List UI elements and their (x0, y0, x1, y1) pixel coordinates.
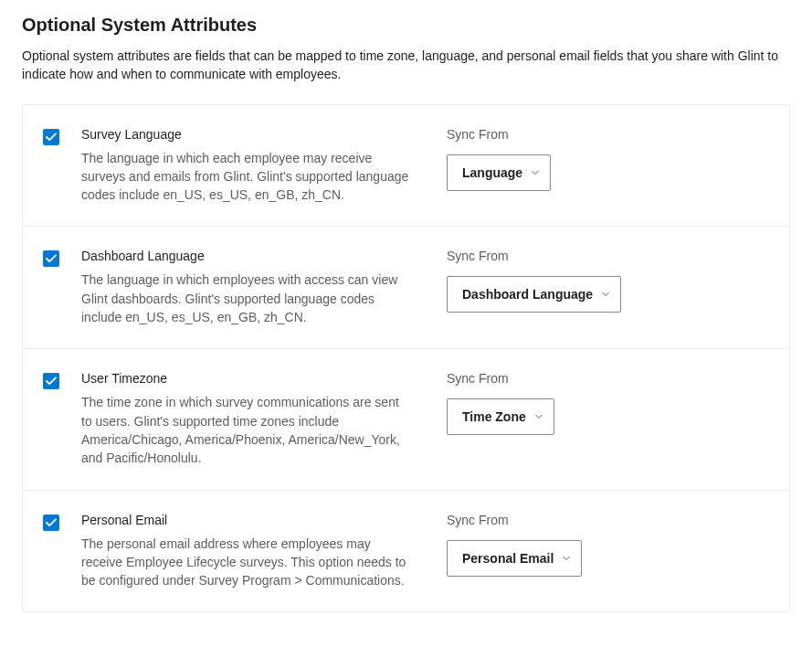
dropdown-value: Time Zone (462, 409, 526, 424)
attribute-checkbox[interactable] (43, 129, 59, 145)
chevron-down-icon (530, 167, 541, 178)
sync-from-dropdown[interactable]: Dashboard Language (447, 276, 621, 313)
chevron-down-icon (533, 411, 544, 422)
attribute-description: The language in which employees with acc… (81, 270, 410, 326)
check-icon (46, 517, 57, 528)
sync-from-label: Sync From (447, 249, 739, 263)
attribute-description: The language in which each employee may … (81, 149, 410, 205)
check-icon (46, 132, 57, 143)
attribute-title: Personal Email (81, 513, 410, 527)
attribute-title: User Timezone (81, 371, 410, 386)
attributes-panel: Survey Language The language in which ea… (22, 104, 790, 613)
attribute-title: Survey Language (81, 127, 410, 142)
sync-from-label: Sync From (447, 371, 739, 386)
attribute-checkbox[interactable] (43, 514, 59, 531)
sync-from-label: Sync From (447, 513, 739, 527)
sync-from-dropdown[interactable]: Language (447, 154, 551, 191)
page-title: Optional System Attributes (22, 15, 790, 36)
attribute-description: The personal email address where employe… (81, 535, 410, 590)
chevron-down-icon (600, 289, 611, 300)
attribute-row: User Timezone The time zone in which sur… (23, 349, 789, 490)
dropdown-value: Personal Email (462, 551, 554, 566)
page-description: Optional system attributes are fields th… (22, 47, 780, 84)
sync-from-label: Sync From (447, 127, 739, 142)
attribute-title: Dashboard Language (81, 249, 410, 263)
attribute-row: Personal Email The personal email addres… (23, 491, 789, 612)
attribute-row: Survey Language The language in which ea… (23, 105, 789, 228)
dropdown-value: Language (462, 165, 522, 180)
attribute-description: The time zone in which survey communicat… (81, 393, 410, 467)
attribute-row: Dashboard Language The language in which… (23, 227, 789, 349)
dropdown-value: Dashboard Language (462, 287, 593, 302)
check-icon (46, 376, 57, 387)
check-icon (46, 253, 57, 264)
sync-from-dropdown[interactable]: Time Zone (447, 398, 554, 435)
attribute-checkbox[interactable] (43, 373, 59, 389)
attribute-checkbox[interactable] (43, 250, 59, 267)
chevron-down-icon (561, 553, 572, 564)
sync-from-dropdown[interactable]: Personal Email (447, 540, 582, 577)
